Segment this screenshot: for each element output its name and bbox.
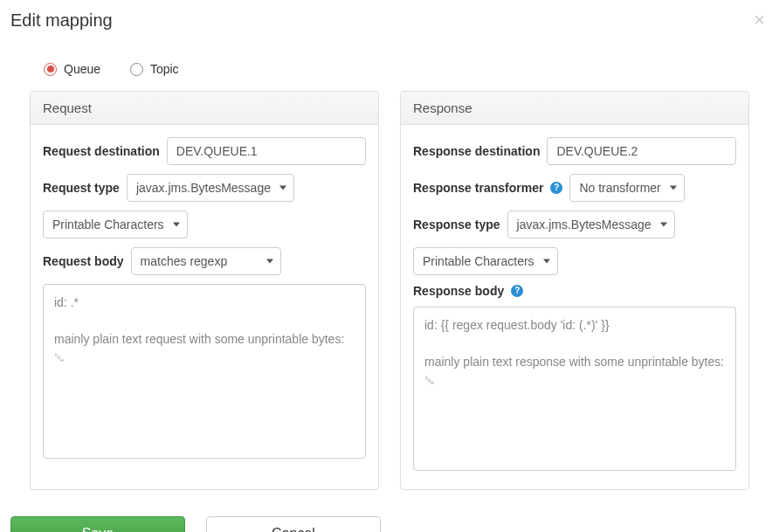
close-icon[interactable]: × bbox=[750, 10, 769, 30]
request-body-matcher-value: matches regexp bbox=[141, 254, 228, 268]
request-body-textarea[interactable] bbox=[43, 284, 366, 459]
response-destination-label: Response destination bbox=[413, 144, 540, 158]
request-type-label: Request type bbox=[43, 181, 120, 195]
response-transformer-value: No transformer bbox=[579, 181, 660, 195]
response-encoding-value: Printable Characters bbox=[423, 254, 534, 268]
response-transformer-label: Response transformer bbox=[413, 181, 543, 195]
request-destination-input[interactable] bbox=[167, 137, 366, 165]
help-icon[interactable]: ? bbox=[511, 285, 523, 297]
chevron-down-icon bbox=[660, 222, 667, 226]
chevron-down-icon bbox=[543, 259, 550, 263]
chevron-down-icon bbox=[173, 222, 180, 226]
save-button[interactable]: Save bbox=[10, 516, 185, 533]
radio-queue[interactable]: Queue bbox=[44, 62, 100, 76]
response-transformer-select[interactable]: No transformer bbox=[569, 174, 684, 202]
request-encoding-value: Printable Characters bbox=[52, 218, 164, 231]
radio-queue-label: Queue bbox=[64, 62, 100, 76]
request-body-label: Request body bbox=[43, 254, 124, 268]
request-body-matcher-select[interactable]: matches regexp bbox=[131, 247, 281, 275]
response-body-label: Response body bbox=[413, 284, 504, 298]
request-encoding-select[interactable]: Printable Characters bbox=[43, 211, 188, 238]
chevron-down-icon bbox=[266, 259, 273, 263]
request-destination-label: Request destination bbox=[43, 144, 160, 158]
response-type-label: Response type bbox=[413, 218, 500, 231]
radio-icon bbox=[130, 63, 143, 76]
response-type-select[interactable]: javax.jms.BytesMessage bbox=[507, 211, 675, 238]
chevron-down-icon bbox=[279, 185, 286, 190]
radio-topic[interactable]: Topic bbox=[130, 62, 179, 76]
response-destination-input[interactable] bbox=[547, 137, 736, 165]
destination-type-radio-group: Queue Topic bbox=[10, 38, 769, 91]
response-type-value: javax.jms.BytesMessage bbox=[517, 218, 651, 231]
request-panel-title: Request bbox=[31, 92, 378, 125]
request-type-select[interactable]: javax.jms.BytesMessage bbox=[127, 174, 294, 202]
help-icon[interactable]: ? bbox=[550, 182, 562, 194]
response-body-textarea[interactable] bbox=[413, 307, 736, 471]
radio-icon bbox=[44, 63, 57, 76]
response-panel: Response Response destination Response t… bbox=[400, 91, 749, 490]
response-panel-title: Response bbox=[401, 92, 748, 125]
request-type-value: javax.jms.BytesMessage bbox=[136, 181, 271, 195]
modal-title: Edit mapping bbox=[10, 10, 113, 31]
request-panel: Request Request destination Request type… bbox=[30, 91, 379, 490]
chevron-down-icon bbox=[670, 185, 677, 190]
cancel-button[interactable]: Cancel bbox=[206, 516, 381, 533]
response-encoding-select[interactable]: Printable Characters bbox=[413, 247, 558, 275]
radio-topic-label: Topic bbox=[150, 62, 179, 76]
